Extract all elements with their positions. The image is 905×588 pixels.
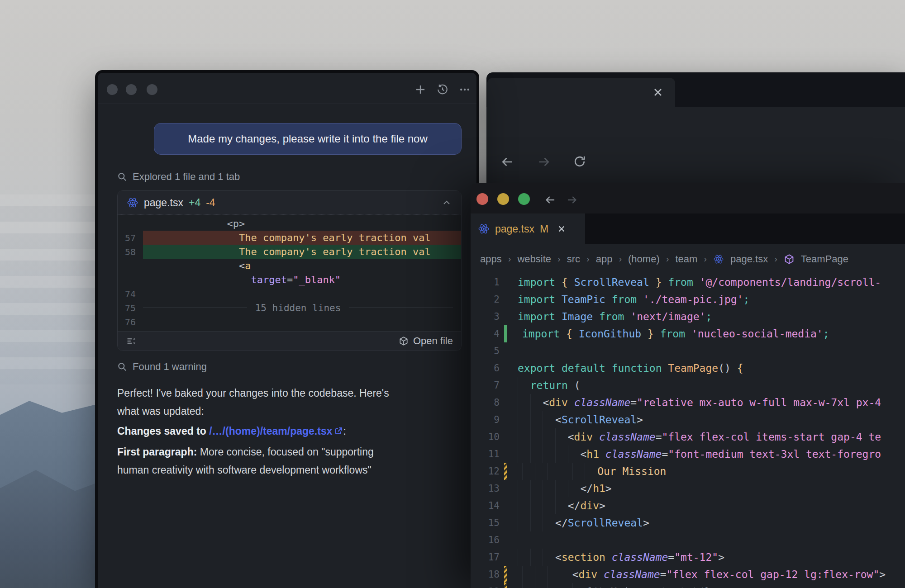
new-thread-icon[interactable]: [414, 84, 426, 95]
code-line: 19 {/* Main content */}: [471, 583, 905, 588]
breadcrumb-item[interactable]: page.tsx: [730, 253, 768, 265]
code-line: 8 <div className="relative mx-auto w-ful…: [471, 394, 905, 411]
code-text: export default function TeamPage() {: [518, 360, 905, 377]
code-line: 3import Image from 'next/image';: [471, 308, 905, 325]
code-line: 12 Our Mission: [471, 463, 905, 480]
breadcrumb-item[interactable]: TeamPage: [801, 253, 848, 265]
diff-additions: +4: [189, 197, 200, 209]
code-line: 17 <section className="mt-12">: [471, 549, 905, 566]
hidden-lines-divider[interactable]: 15 hidden lines: [143, 303, 461, 313]
breadcrumb-item[interactable]: (home): [628, 253, 660, 265]
breadcrumb-item[interactable]: apps: [480, 253, 502, 265]
code-text: {/* Main content */}: [522, 583, 905, 588]
diff-row: target="_blank": [118, 273, 461, 287]
react-icon: [713, 254, 724, 265]
line-number: 19: [471, 586, 500, 588]
user-message-text: Made my changes, please write it into th…: [188, 133, 428, 145]
close-icon[interactable]: [557, 224, 567, 234]
git-modified-marker: [504, 463, 507, 480]
diff-card-footer: Open file: [118, 331, 461, 351]
tab-modified-badge: M: [540, 223, 548, 235]
assistant-chat-window: Made my changes, please write it into th…: [95, 70, 479, 588]
forward-icon[interactable]: [537, 155, 551, 169]
diff-row: 58 The company's early traction val: [118, 245, 461, 259]
open-file-button[interactable]: Open file: [399, 335, 453, 347]
diff-body: <p>57 The company's early traction val58…: [118, 215, 461, 331]
code-line: 5: [471, 342, 905, 360]
reload-icon[interactable]: [573, 155, 586, 168]
git-added-marker: [504, 325, 507, 342]
code-line: 16: [471, 531, 905, 549]
warning-status[interactable]: Found 1 warning: [117, 360, 207, 373]
code-text: <ScrollReveal>: [518, 411, 905, 428]
browser-tab[interactable]: [487, 78, 675, 107]
search-icon: [117, 362, 127, 372]
diff-line-number: 74: [118, 289, 143, 299]
diff-row: <p>: [118, 217, 461, 231]
close-icon[interactable]: [652, 86, 664, 99]
code-text: <div className="relative mx-auto w-full …: [518, 394, 905, 411]
diff-card: page.tsx +4 -4 <p>57 The company's early…: [117, 190, 462, 351]
diff-code-text: <p>: [143, 217, 461, 231]
breadcrumb-item[interactable]: app: [596, 253, 613, 265]
line-number: 18: [471, 569, 500, 580]
assistant-paragraph: Perfect! I've baked your changes into th…: [117, 384, 466, 420]
diff-row: <a: [118, 259, 461, 273]
back-icon[interactable]: [500, 155, 514, 169]
line-number: 5: [471, 346, 500, 356]
paragraph-text: Perfect! I've baked your changes into th…: [117, 387, 389, 417]
code-text: <div className="flex flex-col items-star…: [518, 428, 905, 446]
code-text: <div className="flex flex-col gap-12 lg:…: [522, 566, 905, 583]
diff-row: 76: [118, 315, 461, 329]
line-number: 11: [471, 449, 500, 460]
traffic-zoom-button[interactable]: [147, 84, 157, 95]
back-icon[interactable]: [544, 194, 556, 206]
diff-code-text: <a: [143, 259, 461, 273]
diff-code-text: [143, 287, 461, 301]
breadcrumb-item[interactable]: website: [517, 253, 551, 265]
code-line: 14 </div>: [471, 497, 905, 514]
forward-icon[interactable]: [566, 194, 578, 206]
traffic-minimize-button[interactable]: [497, 193, 509, 205]
line-number: 6: [471, 363, 500, 374]
tab-page-tsx[interactable]: page.tsx M: [471, 213, 585, 244]
external-link-icon[interactable]: [334, 427, 343, 436]
chevron-up-icon[interactable]: [441, 197, 452, 208]
code-text: <h1 className="font-medium text-3xl text…: [518, 446, 905, 463]
assistant-paragraph: Changes saved to /…/(home)/team/page.tsx…: [117, 422, 466, 440]
diff-code-text: The company's early traction val: [143, 245, 461, 259]
code-line: 10 <div className="flex flex-col items-s…: [471, 428, 905, 446]
open-file-label: Open file: [413, 335, 453, 347]
explored-status[interactable]: Explored 1 file and 1 tab: [117, 171, 240, 183]
breadcrumb-item[interactable]: team: [675, 253, 697, 265]
code-text: import { ScrollReveal } from '@/componen…: [518, 274, 905, 291]
traffic-zoom-button[interactable]: [518, 193, 530, 205]
traffic-minimize-button[interactable]: [126, 84, 137, 95]
code-area[interactable]: 1import { ScrollReveal } from '@/compone…: [471, 274, 905, 588]
code-line: 7 return (: [471, 377, 905, 394]
code-text: Our Mission: [522, 463, 905, 480]
line-number: 10: [471, 432, 500, 442]
code-line: 15 </ScrollReveal>: [471, 514, 905, 531]
diff-deletions: -4: [206, 197, 215, 209]
line-number: 2: [471, 294, 500, 305]
code-text: </ScrollReveal>: [518, 514, 905, 531]
code-text: import TeamPic from './team-pic.jpg';: [518, 291, 905, 308]
diff-card-header[interactable]: page.tsx +4 -4: [118, 191, 461, 215]
paragraph-text: :: [343, 425, 346, 437]
breadcrumb-separator: ›: [619, 254, 622, 264]
file-path-link[interactable]: /…/(home)/team/page.tsx: [209, 425, 332, 437]
user-message-bubble: Made my changes, please write it into th…: [154, 123, 462, 155]
traffic-close-button[interactable]: [476, 193, 488, 205]
diff-code-text: [143, 315, 461, 329]
more-menu-icon[interactable]: [459, 84, 471, 95]
code-text: </h1>: [518, 480, 905, 497]
traffic-close-button[interactable]: [107, 84, 118, 95]
breadcrumb-separator: ›: [666, 254, 669, 264]
breadcrumb-item[interactable]: src: [567, 253, 580, 265]
tab-file-name: page.tsx: [495, 223, 534, 235]
code-text: return (: [518, 377, 905, 394]
expand-lines-icon[interactable]: [126, 336, 137, 346]
history-icon[interactable]: [437, 84, 448, 95]
line-number: 12: [471, 466, 500, 477]
